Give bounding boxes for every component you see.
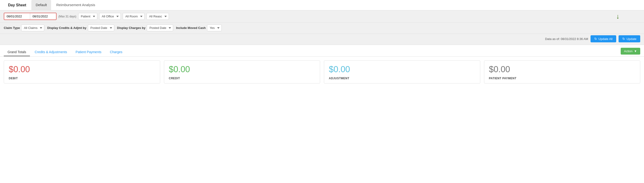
card-amount-patient-payment: $0.00 [489, 64, 636, 74]
display-charges-label: Display Charges by [117, 26, 146, 30]
claim-type-group: Claim Type All Claims [4, 24, 44, 31]
start-date-input[interactable] [4, 13, 30, 19]
tab-patient-payments[interactable]: Patient Payments [72, 48, 105, 56]
card-debit: $0.00DEBIT [4, 60, 160, 83]
down-arrow-icon: ↓ [616, 13, 620, 20]
grand-totals-tabs-left: Grand Totals Credits & Adjustments Patie… [4, 48, 127, 56]
display-charges-select[interactable]: Posted Date [147, 24, 173, 31]
display-credits-select[interactable]: Posted Date [88, 24, 114, 31]
card-amount-debit: $0.00 [9, 64, 155, 74]
update-button[interactable]: Update [618, 35, 640, 42]
card-amount-credit: $0.00 [169, 64, 316, 74]
filter-bar-row2: Claim Type All Claims Display Credits & … [0, 22, 644, 34]
reason-select[interactable]: All Reasc [146, 13, 169, 20]
action-button[interactable]: Action ▼ [621, 48, 640, 55]
include-moved-cash-group: Include Moved Cash Yes [176, 24, 222, 31]
tab-reimbursement-analysis[interactable]: Reimbursement Analysis [52, 0, 100, 10]
tab-default[interactable]: Default [31, 0, 51, 10]
tab-charges[interactable]: Charges [106, 48, 126, 56]
card-amount-adjustment: $0.00 [329, 64, 475, 74]
grand-totals-tab-bar: Grand Totals Credits & Adjustments Patie… [0, 45, 644, 57]
update-all-button[interactable]: Update All [590, 35, 616, 42]
include-moved-cash-label: Include Moved Cash [176, 26, 206, 30]
page-title: Day Sheet [4, 0, 30, 10]
display-credits-group: Display Credits & Adjmt by Posted Date [47, 24, 114, 31]
include-moved-cash-select[interactable]: Yes [207, 24, 222, 31]
end-date-input[interactable] [30, 13, 56, 19]
display-charges-group: Display Charges by Posted Date [117, 24, 173, 31]
display-credits-label: Display Credits & Adjmt by [47, 26, 86, 30]
refresh-icon [622, 37, 625, 41]
card-patient-payment: $0.00PATIENT PAYMENT [484, 60, 640, 83]
card-label-credit: CREDIT [169, 77, 316, 80]
card-label-debit: DEBIT [9, 77, 155, 80]
app-container: Day Sheet Default Reimbursement Analysis… [0, 0, 644, 183]
data-as-of-label: Data as of: 08/31/2022 8:36 AM [545, 37, 588, 41]
card-label-adjustment: ADJUSTMENT [329, 77, 475, 80]
claim-type-select[interactable]: All Claims [21, 24, 44, 31]
card-label-patient-payment: PATIENT PAYMENT [489, 77, 636, 80]
cards-row: $0.00DEBIT$0.00CREDIT$0.00ADJUSTMENT$0.0… [0, 57, 644, 87]
tab-grand-totals[interactable]: Grand Totals [4, 48, 30, 56]
top-tab-bar: Day Sheet Default Reimbursement Analysis [0, 0, 644, 10]
office-select[interactable]: All Office [99, 13, 121, 20]
date-range-wrapper [4, 13, 56, 20]
arrow-indicator: ↓ [616, 13, 620, 20]
room-select[interactable]: All Room [123, 13, 145, 20]
filter-bar-row1: (Max 31 days) Patient All Office All Roo… [0, 10, 644, 22]
refresh-all-icon [594, 37, 597, 41]
data-info-row: Data as of: 08/31/2022 8:36 AM Update Al… [0, 34, 644, 45]
max-days-label: (Max 31 days) [58, 15, 76, 18]
card-adjustment: $0.00ADJUSTMENT [324, 60, 480, 83]
patient-select[interactable]: Patient [78, 13, 97, 20]
main-content: Grand Totals Credits & Adjustments Patie… [0, 45, 644, 87]
chevron-down-icon: ▼ [634, 49, 637, 53]
tab-credits-adjustments[interactable]: Credits & Adjustments [31, 48, 71, 56]
claim-type-label: Claim Type [4, 26, 20, 30]
card-credit: $0.00CREDIT [164, 60, 320, 83]
